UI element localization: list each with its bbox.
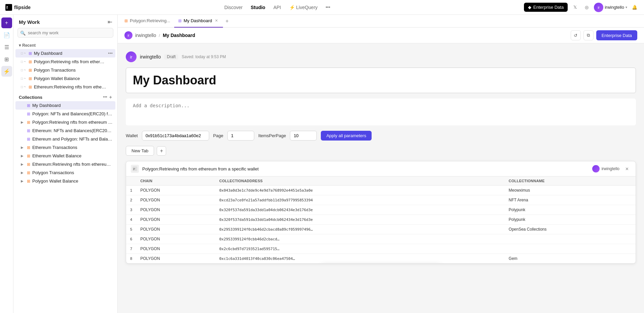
breadcrumb-current: My Dashboard	[163, 33, 195, 38]
collection-item-7[interactable]: ▶ ⊞ Ethereum Wallet Balance	[15, 152, 115, 160]
publish-button[interactable]: Enterprise Data	[596, 30, 637, 40]
recent-sub-4: □ ~	[21, 77, 26, 80]
recent-item-5[interactable]: □ ~ ⊞ Ethereum:Retrieving nfts from ethe…	[15, 83, 115, 91]
row-name: Meowximus	[505, 186, 636, 195]
panel-title: My Work	[19, 19, 40, 25]
row-name: Polypunk	[505, 205, 636, 215]
tab-icon-1: ⊞	[124, 18, 128, 23]
recent-item-1[interactable]: □ ~ ⊞ My Dashboard •••	[15, 49, 115, 57]
row-address: 0x320f537da591da33dd1a04dcb062434e3d176d…	[215, 205, 505, 215]
page-input[interactable]	[227, 131, 254, 141]
enterprise-button[interactable]: ◆ Enterprise Data	[524, 3, 568, 12]
row-name	[505, 244, 636, 254]
collection-item-8[interactable]: ▶ ⊞ Ethereum:Retrieving nfts from ethere…	[15, 160, 115, 168]
recent-item-4[interactable]: □ ~ ⊞ Polygon Wallet Balance •••	[15, 74, 115, 83]
breadcrumb-avatar: ir	[124, 31, 132, 39]
discord-icon[interactable]: ◎	[582, 3, 591, 11]
dashboard-icon[interactable]: ⊞	[1, 54, 12, 65]
add-tab-button[interactable]: +	[223, 17, 231, 26]
tab-close-2[interactable]: ✕	[214, 18, 219, 23]
coll-icon-9: ⊞	[27, 170, 30, 175]
apply-button[interactable]: Apply all parameters	[321, 131, 372, 141]
collection-item-9[interactable]: ▶ ⊞ Polygon Transactions	[15, 168, 115, 177]
collection-item-3[interactable]: ▶ ⊞ Polygon:Retrieving nfts from ethereu…	[15, 118, 115, 126]
recent-icon-5: ⊞	[29, 85, 32, 89]
nav-more-icon[interactable]: •••	[326, 5, 330, 10]
expand-6[interactable]: ▶	[21, 146, 25, 149]
expand-3[interactable]: ▶	[21, 120, 25, 124]
recent-item-label-5: Ethereum:Retrieving nfts from ethereum f…	[34, 84, 106, 89]
wallet-label: Wallet	[126, 133, 138, 138]
row-chain: POLYGON	[136, 244, 215, 254]
breadcrumb-user: irwingtello	[135, 33, 156, 38]
collections-more[interactable]: •••	[103, 94, 107, 100]
panel-close-button[interactable]: ✕	[623, 165, 631, 173]
recent-item-menu-1[interactable]: •••	[108, 51, 113, 56]
table-row: 3 POLYGON 0x320f537da591da33dd1a04dcb062…	[126, 205, 636, 215]
breadcrumb-bar: ir irwingtello / My Dashboard ↺ ⧉ Enterp…	[118, 28, 644, 43]
table-row: 5 POLYGON 0x2953399124f0cbb46d2cbacd8a89…	[126, 225, 636, 234]
collection-item-4[interactable]: ⊞ Ethereum: NFTs and Balances(ERC20) fr.…	[15, 126, 115, 135]
notification-icon[interactable]: 🔔	[631, 3, 639, 11]
twitter-icon[interactable]: 𝕏	[571, 3, 579, 11]
refresh-icon[interactable]: ↺	[571, 30, 581, 40]
expand-8[interactable]: ▶	[21, 162, 25, 166]
tab-bar: ⊞ Polygon:Retrieving... ⊞ My Dashboard ✕…	[118, 15, 644, 28]
collections-header: Collections ••• +	[13, 91, 117, 101]
recent-item-2[interactable]: □ ~ ⊞ Polygon:Retrieving nfts from ether…	[15, 57, 115, 66]
recent-sub-2: □ ~	[21, 60, 26, 64]
collection-item-6[interactable]: ▶ ⊞ Ethereum Transactions	[15, 143, 115, 152]
collection-item-1[interactable]: ⊞ My Dashboard	[15, 101, 115, 110]
expand-10[interactable]: ▶	[21, 179, 25, 183]
collections-list: ⊞ My Dashboard ⊞ Polygon: NFTs and Balan…	[13, 101, 117, 313]
lightning-sidebar-icon[interactable]: ⚡	[1, 66, 12, 77]
nav-studio[interactable]: Studio	[251, 5, 265, 10]
row-chain: POLYGON	[136, 234, 215, 244]
user-menu[interactable]: ir irwingtello ▾	[594, 3, 627, 12]
coll-label-10: Polygon Wallet Balance	[32, 179, 113, 184]
dashboard-title-input[interactable]	[126, 68, 636, 93]
table-row: 8 POLYGON 0xc1c6a331d4013f40ca830c06ea47…	[126, 254, 636, 264]
coll-label-9: Polygon Transactions	[32, 170, 113, 175]
panel-icon: P	[131, 165, 139, 173]
collection-item-10[interactable]: ▶ ⊞ Polygon Wallet Balance	[15, 177, 115, 185]
logo[interactable]: f flipside	[5, 4, 31, 11]
add-button[interactable]: +	[1, 17, 12, 28]
author-name: irwingtello	[140, 54, 161, 60]
row-address: 0xc1c6a331d4013f40ca830c06ea47504…	[215, 254, 505, 264]
recent-toggle[interactable]: ▾	[19, 43, 21, 48]
new-tab-button[interactable]: New Tab	[126, 146, 154, 156]
row-address: 0x043a0d3e1c7dde9c4e9d7a768992e4451e5a3a…	[215, 186, 505, 195]
nav-discover[interactable]: Discover	[224, 5, 242, 10]
recent-icon-1: ⊞	[29, 51, 32, 56]
coll-label-3: Polygon:Retrieving nfts from ethereum fr…	[32, 120, 113, 125]
tab-2[interactable]: ⊞ My Dashboard ✕	[174, 15, 223, 28]
recent-item-3[interactable]: □ ~ ⊞ Polygon Transactions •••	[15, 66, 115, 74]
copy-icon[interactable]: ⧉	[583, 30, 594, 40]
nav-livequery[interactable]: ⚡ LiveQuery	[289, 5, 318, 10]
tab-1[interactable]: ⊞ Polygon:Retrieving...	[120, 15, 174, 28]
collection-item-5[interactable]: ⊞ Ethereum and Polygon: NFTs and Balanc.…	[15, 135, 115, 143]
search-input[interactable]	[17, 28, 113, 38]
files-icon[interactable]: 📄	[1, 30, 12, 40]
expand-9[interactable]: ▶	[21, 171, 25, 174]
description-input[interactable]	[126, 99, 636, 125]
coll-label-1: My Dashboard	[32, 103, 113, 108]
nav-api[interactable]: API	[273, 5, 281, 10]
database-icon[interactable]: ☰	[1, 42, 12, 52]
collections-add[interactable]: +	[109, 94, 112, 100]
recent-icon-3: ⊞	[29, 68, 32, 73]
collection-item-2[interactable]: ⊞ Polygon: NFTs and Balances(ERC20) fr..…	[15, 110, 115, 118]
panel-collapse-icon[interactable]: ⇤	[108, 19, 112, 25]
widget-toolbar: ⏱ Chart Table H Heading T	[320, 263, 441, 264]
expand-7[interactable]: ▶	[21, 154, 25, 158]
coll-icon-7: ⊞	[27, 154, 30, 158]
row-chain: POLYGON	[136, 186, 215, 195]
wallet-input[interactable]	[142, 131, 209, 141]
coll-label-8: Ethereum:Retrieving nfts from ethereum..…	[32, 162, 113, 167]
coll-icon-6: ⊞	[27, 145, 30, 150]
lightning-icon: ⚡	[289, 5, 295, 10]
coll-icon-4: ⊞	[27, 128, 30, 133]
add-new-tab-button[interactable]: +	[157, 146, 166, 156]
items-input[interactable]	[290, 131, 317, 141]
